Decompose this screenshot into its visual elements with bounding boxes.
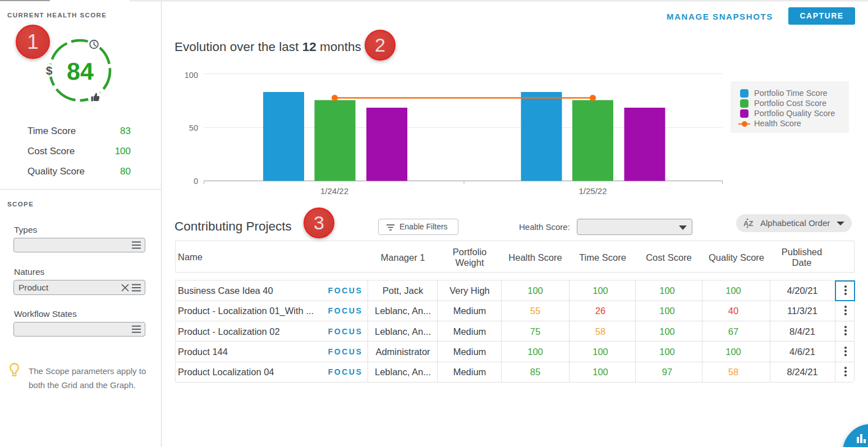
svg-text:AZ: AZ [743, 219, 753, 228]
svg-text:1/25/22: 1/25/22 [578, 186, 607, 196]
svg-text:50: 50 [189, 123, 198, 132]
svg-text:0: 0 [194, 177, 198, 186]
svg-text:$: $ [46, 64, 53, 77]
svg-text:100: 100 [185, 71, 198, 80]
svg-text:1/24/22: 1/24/22 [320, 186, 348, 196]
